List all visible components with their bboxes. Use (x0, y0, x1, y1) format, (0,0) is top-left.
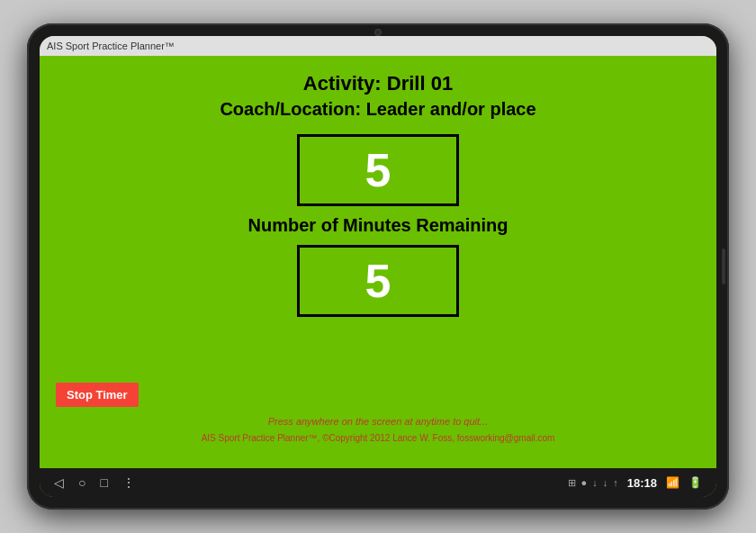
expand-icon: ⊞ (568, 477, 576, 489)
quit-instructions: Press anywhere on the screen at anytime … (40, 416, 716, 427)
copyright-text: AIS Sport Practice Planner™, ©Copyright … (40, 433, 716, 443)
app-title: AIS Sport Practice Planner™ (47, 41, 175, 51)
content-area: Activity: Drill 01 Coach/Location: Leade… (40, 56, 716, 468)
timer-value-1: 5 (365, 143, 392, 197)
nav-left-icons: ◁ ○ □ ⋮ (54, 475, 135, 490)
tablet-device: AIS Sport Practice Planner™ Activity: Dr… (27, 23, 729, 510)
minutes-remaining-label: Number of Minutes Remaining (248, 215, 508, 236)
timer-box-1: 5 (297, 134, 459, 206)
download-icon: ↓ (592, 477, 598, 488)
wifi-icon: 📶 (666, 476, 680, 489)
side-button (722, 248, 725, 285)
download2-icon: ↓ (603, 477, 608, 488)
upload-icon: ↑ (613, 477, 618, 488)
back-icon[interactable]: ◁ (54, 475, 64, 490)
activity-title: Activity: Drill 01 (303, 72, 453, 95)
tablet-screen: AIS Sport Practice Planner™ Activity: Dr… (40, 36, 716, 497)
timer-value-2: 5 (365, 254, 392, 308)
timer-box-2: 5 (297, 245, 459, 317)
nav-right-area: ⊞ ● ↓ ↓ ↑ 18:18 📶 🔋 (568, 476, 702, 490)
status-icons: ⊞ ● ↓ ↓ ↑ (568, 477, 618, 489)
stop-timer-button[interactable]: Stop Timer (56, 383, 139, 407)
coach-location: Coach/Location: Leader and/or place (220, 99, 536, 120)
clock: 18:18 (627, 476, 657, 490)
camera (374, 29, 382, 36)
home-icon[interactable]: ○ (78, 475, 86, 490)
recent-apps-icon[interactable]: □ (100, 475, 107, 490)
wifi-dot-icon: ● (581, 477, 588, 488)
menu-icon[interactable]: ⋮ (122, 475, 135, 490)
battery-icon: 🔋 (688, 476, 702, 489)
nav-bar: ◁ ○ □ ⋮ ⊞ ● ↓ ↓ ↑ 18:18 📶 🔋 (40, 468, 716, 497)
title-bar: AIS Sport Practice Planner™ (40, 36, 716, 56)
